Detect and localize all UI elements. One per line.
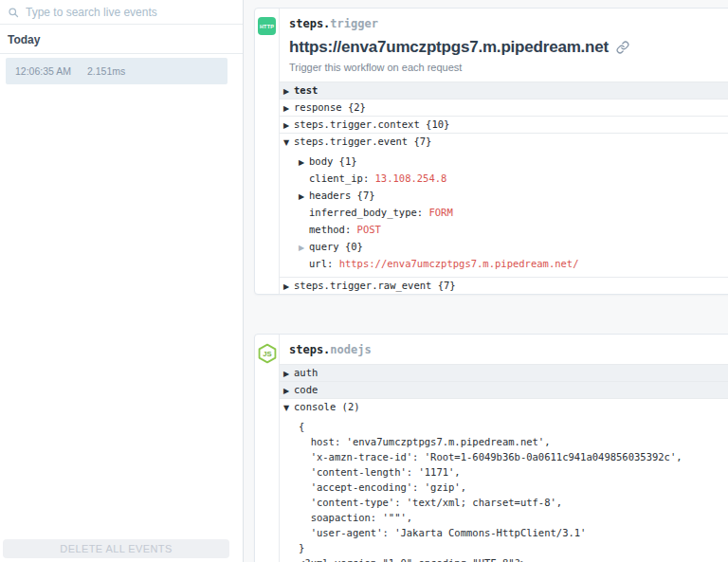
console-line: {: [299, 419, 728, 434]
kv-row-client-ip: client_ip: 13.108.254.8: [299, 170, 728, 187]
console-line: soapaction: '""',: [299, 510, 728, 525]
tree-row-label: code: [294, 384, 318, 395]
tree-row-label: auth: [294, 367, 318, 378]
endpoint-url: https://enva7umczptpgs7.m.pipedream.net: [289, 36, 609, 59]
tree-row-test[interactable]: ▶test: [280, 82, 728, 99]
kv-key: method:: [309, 224, 351, 235]
event-timestamp: 12:06:35 AM: [15, 65, 74, 77]
live-events-sidebar: Today 12:06:35 AM 2.151ms DELETE ALL EVE…: [0, 0, 244, 562]
search-input[interactable]: [26, 6, 239, 19]
trigger-step-header: steps.trigger https://enva7umczptpgs7.m.…: [280, 9, 728, 82]
svg-text:JS: JS: [263, 350, 272, 358]
tree-row-body[interactable]: ▶body {1}: [299, 153, 728, 170]
chevron-right-icon: ▶: [283, 100, 294, 117]
kv-key: inferred_body_type:: [309, 207, 423, 218]
tree-row-label: headers {7}: [309, 190, 375, 201]
tree-row-label: body {1}: [309, 155, 357, 167]
kv-value: https://enva7umczptpgs7.m.pipedream.net/: [339, 258, 579, 269]
console-output: { host: 'enva7umczptpgs7.m.pipedream.net…: [280, 415, 728, 562]
tree-row-response[interactable]: ▶response {2}: [280, 99, 728, 116]
kv-value: FORM: [428, 207, 452, 218]
chevron-right-icon: ▶: [283, 118, 294, 134]
console-line: 'user-agent': 'Jakarta Commons-HttpClien…: [299, 525, 728, 540]
delete-all-events-button[interactable]: DELETE ALL EVENTS: [3, 539, 229, 558]
console-line: <?xml version="1.0" encoding="UTF-8"?>: [299, 555, 728, 562]
tree-row-label: response {2}: [294, 101, 366, 113]
event-list-item[interactable]: 12:06:35 AM 2.151ms: [6, 58, 228, 84]
chevron-down-icon: ▼: [283, 400, 294, 416]
tree-row-console[interactable]: ▼console (2): [280, 398, 728, 415]
chevron-right-icon: ▶: [299, 154, 309, 172]
chevron-right-icon: ▶: [299, 240, 309, 257]
event-search-bar: [0, 0, 243, 25]
tree-row-label: console (2): [294, 401, 360, 412]
tree-row-auth[interactable]: ▶auth: [280, 364, 728, 381]
event-expanded-children: ▶body {1} client_ip: 13.108.254.8 ▶heade…: [280, 150, 728, 277]
tree-row-label: steps.trigger.raw_event {7}: [294, 280, 456, 291]
chevron-right-icon: ▶: [299, 189, 309, 206]
kv-key: client_ip:: [309, 172, 369, 184]
endpoint-url-row: https://enva7umczptpgs7.m.pipedream.net: [289, 36, 727, 59]
tree-row-headers[interactable]: ▶headers {7}: [299, 187, 728, 204]
search-icon: [8, 7, 19, 18]
chevron-down-icon: ▼: [283, 135, 294, 151]
tree-row-label: steps.trigger.context {10}: [294, 118, 449, 130]
event-duration: 2.151ms: [87, 65, 125, 77]
tree-row-context[interactable]: ▶steps.trigger.context {10}: [280, 116, 728, 133]
chevron-right-icon: ▶: [283, 366, 294, 382]
kv-key: url:: [309, 258, 333, 269]
console-line: host: 'enva7umczptpgs7.m.pipedream.net',: [299, 434, 728, 449]
nodejs-step-body: steps.nodejs ▶auth ▶code ▼console (2) { …: [279, 335, 728, 562]
http-trigger-icon: HTTP: [258, 17, 276, 35]
nodejs-step-title: steps.nodejs: [289, 343, 727, 356]
kv-value: POST: [357, 224, 381, 235]
trigger-step-card: HTTP steps.trigger https://enva7umczptpg…: [254, 8, 728, 295]
kv-row-method: method: POST: [299, 221, 728, 238]
chevron-right-icon: ▶: [283, 279, 294, 295]
nodejs-step-header: steps.nodejs: [280, 335, 728, 364]
tree-row-code[interactable]: ▶code: [280, 381, 728, 398]
console-line: 'content-type': 'text/xml; charset=utf-8…: [299, 495, 728, 510]
step-title-prefix: steps.: [289, 343, 330, 356]
nodejs-icon: JS: [257, 343, 278, 364]
nodejs-step-card: JS steps.nodejs ▶auth ▶code ▼console (2)…: [254, 334, 728, 562]
tree-row-label: test: [294, 84, 318, 96]
tree-row-query[interactable]: ▶query {0}: [299, 238, 728, 255]
link-icon[interactable]: [616, 41, 629, 54]
console-line: }: [299, 540, 728, 555]
chevron-right-icon: ▶: [283, 83, 294, 100]
trigger-step-gutter: HTTP: [255, 9, 279, 294]
console-line: 'content-length': '1171',: [299, 464, 728, 480]
trigger-step-subtitle: Trigger this workflow on each request: [289, 61, 727, 74]
kv-row-url: url: https://enva7umczptpgs7.m.pipedream…: [299, 255, 728, 272]
tree-row-label: steps.trigger.event {7}: [294, 136, 431, 147]
tree-row-raw-event[interactable]: ▶steps.trigger.raw_event {7}: [280, 277, 728, 294]
kv-value: 13.108.254.8: [375, 172, 447, 184]
trigger-step-title: steps.trigger: [289, 17, 727, 30]
step-title-prefix: steps.: [289, 17, 330, 30]
trigger-step-body: steps.trigger https://enva7umczptpgs7.m.…: [279, 9, 728, 294]
event-date-section-label: Today: [0, 25, 243, 54]
tree-row-label: query {0}: [309, 241, 363, 252]
console-line: 'x-amzn-trace-id': 'Root=1-6049b36b-0a06…: [299, 449, 728, 464]
console-line: 'accept-encoding': 'gzip',: [299, 480, 728, 495]
kv-row-inferred-body-type: inferred_body_type: FORM: [299, 204, 728, 221]
step-title-name: trigger: [330, 17, 378, 30]
tree-row-event[interactable]: ▼steps.trigger.event {7}: [280, 133, 728, 150]
chevron-right-icon: ▶: [283, 383, 294, 399]
app-window: Today 12:06:35 AM 2.151ms DELETE ALL EVE…: [0, 0, 728, 562]
step-title-name: nodejs: [330, 343, 371, 356]
nodejs-step-gutter: JS: [255, 335, 279, 562]
